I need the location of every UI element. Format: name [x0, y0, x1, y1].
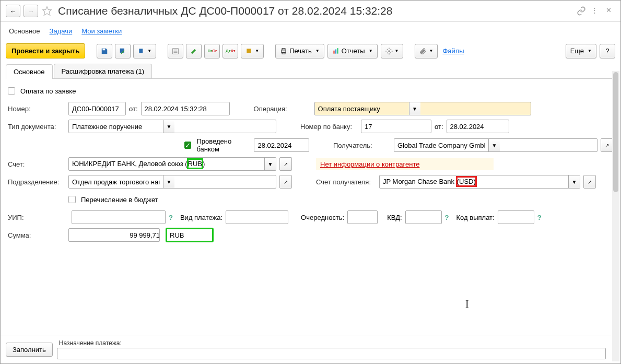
kvd-help-icon[interactable]: ? — [445, 214, 449, 221]
paytype-input[interactable] — [226, 211, 288, 224]
fill-button[interactable]: Заполнить — [6, 343, 53, 357]
purpose-label: Назначение платежа: — [57, 339, 606, 347]
favorite-star-icon[interactable] — [41, 5, 53, 17]
sum-input[interactable] — [69, 229, 160, 241]
dept-label: Подразделение: — [8, 178, 65, 186]
order-input[interactable] — [348, 211, 378, 224]
bank-processed-label: Проведено банком — [196, 137, 249, 153]
dropdown-icon[interactable]: ▼ — [264, 158, 276, 170]
doctype-label: Тип документа: — [8, 123, 65, 131]
text-cursor-icon: I — [465, 298, 469, 310]
print-label: Печать — [289, 47, 312, 55]
uip-input[interactable] — [72, 211, 166, 224]
kvd-input[interactable] — [406, 211, 442, 224]
open-icon[interactable]: ↗ — [601, 139, 613, 151]
number-input[interactable] — [69, 102, 126, 115]
dropdown-icon[interactable]: ▼ — [163, 120, 174, 133]
formtab-main[interactable]: Основное — [6, 64, 53, 79]
account-input[interactable]: ЮНИКРЕДИТ БАНК, Деловой союз (RUB) — [69, 158, 205, 170]
help-button[interactable]: ? — [600, 44, 615, 58]
nav-fwd-button[interactable]: → — [24, 5, 38, 17]
paytype-label: Вид платежа: — [180, 214, 222, 221]
bankdate-input[interactable] — [447, 120, 509, 133]
svg-rect-9 — [282, 50, 286, 52]
attach-button[interactable]: ▼ — [415, 44, 438, 58]
edit-icon[interactable] — [186, 44, 202, 58]
dtkt-icon[interactable]: ДтКт — [222, 44, 238, 58]
open-icon[interactable]: ↗ — [280, 175, 291, 188]
budget-transfer-checkbox[interactable] — [68, 196, 76, 203]
svg-rect-13 — [335, 49, 336, 53]
account-label: Счет: — [8, 160, 65, 168]
svg-rect-12 — [333, 50, 334, 53]
no-counterparty-warning[interactable]: Нет информации о контрагенте — [320, 160, 420, 168]
purpose-input[interactable] — [57, 348, 606, 359]
bank-processed-checkbox[interactable]: ✓ — [184, 142, 191, 149]
scrollbar-thumb[interactable] — [613, 72, 618, 192]
svg-point-15 — [388, 50, 390, 52]
sum-label: Сумма: — [8, 231, 65, 239]
budget-transfer-label: Перечисление в бюджет — [81, 196, 158, 204]
operation-select[interactable] — [315, 102, 409, 115]
svg-marker-0 — [43, 7, 52, 16]
link-icon[interactable] — [577, 6, 586, 16]
list-icon[interactable] — [168, 44, 183, 58]
page-title: Списание безналичных ДС ДС00-П000017 от … — [58, 5, 392, 17]
print-button[interactable]: Печать▼ — [275, 44, 324, 58]
open-icon[interactable]: ↗ — [280, 158, 291, 170]
nav-back-button[interactable]: ← — [6, 5, 20, 17]
uip-label: УИП: — [8, 214, 34, 221]
files-link[interactable]: Файлы — [442, 47, 464, 55]
from-label2: от: — [435, 123, 443, 131]
currency-select[interactable] — [167, 229, 213, 241]
account-currency-highlight: RUB — [188, 159, 203, 169]
order-label: Очередность: — [301, 214, 344, 221]
number-label: Номер: — [8, 105, 65, 113]
recipient-input[interactable] — [394, 139, 488, 151]
reports-label: Отчеты — [342, 47, 365, 55]
open-icon[interactable]: ↗ — [584, 175, 595, 188]
post-and-close-button[interactable]: Провести и закрыть — [6, 43, 85, 58]
doctype-select[interactable] — [69, 120, 163, 133]
dept-input[interactable] — [69, 175, 163, 188]
navtab-notes[interactable]: Мои заметки — [81, 27, 122, 35]
pay-by-request-checkbox[interactable] — [8, 87, 15, 95]
dropdown-1-icon[interactable]: ▼ — [133, 44, 156, 58]
svg-rect-11 — [282, 52, 285, 54]
paycode-label: Код выплат: — [456, 214, 495, 221]
recipient-label: Получатель: — [333, 142, 391, 149]
vertical-scrollbar[interactable] — [612, 71, 619, 361]
operation-label: Операция: — [254, 105, 311, 113]
navtab-tasks[interactable]: Задачи — [50, 27, 73, 35]
close-icon[interactable]: ✕ — [606, 6, 615, 16]
datetime-input[interactable] — [142, 102, 230, 115]
reports-button[interactable]: Отчеты▼ — [327, 44, 378, 58]
dropdown-2-icon[interactable]: ▼ — [241, 44, 264, 58]
svg-rect-3 — [139, 49, 143, 53]
kebab-menu-icon[interactable]: ⋮ — [591, 6, 601, 16]
formtab-detail[interactable]: Расшифровка платежа (1) — [54, 64, 152, 78]
save-icon[interactable] — [97, 44, 112, 58]
uip-help-icon[interactable]: ? — [169, 214, 173, 221]
paycode-help-icon[interactable]: ? — [537, 214, 542, 221]
drcr-icon[interactable]: DrCr — [204, 44, 220, 58]
bankno-input[interactable] — [361, 120, 431, 133]
from-label: от: — [129, 105, 138, 113]
svg-rect-1 — [103, 49, 106, 50]
svg-rect-14 — [337, 48, 338, 54]
gear-dropdown-icon[interactable]: ▼ — [381, 44, 404, 58]
processed-date-input[interactable] — [254, 139, 309, 151]
dropdown-icon[interactable]: ▼ — [409, 102, 420, 115]
dropdown-icon[interactable]: ▼ — [488, 139, 500, 151]
paycode-input[interactable] — [498, 211, 534, 224]
post-icon[interactable] — [115, 44, 131, 58]
kvd-label: КВД: — [387, 214, 402, 221]
dropdown-icon[interactable]: ▼ — [163, 175, 174, 188]
pay-by-request-label: Оплата по заявке — [20, 87, 76, 95]
svg-rect-10 — [282, 48, 285, 50]
dropdown-icon[interactable]: ▼ — [568, 175, 580, 188]
recip-acct-input[interactable]: JP Morgan Chase Bank (USD) — [380, 175, 476, 188]
navtab-main[interactable]: Основное — [9, 27, 40, 35]
bankno-label: Номер по банку: — [300, 123, 358, 131]
more-button[interactable]: Еще▼ — [566, 44, 596, 58]
